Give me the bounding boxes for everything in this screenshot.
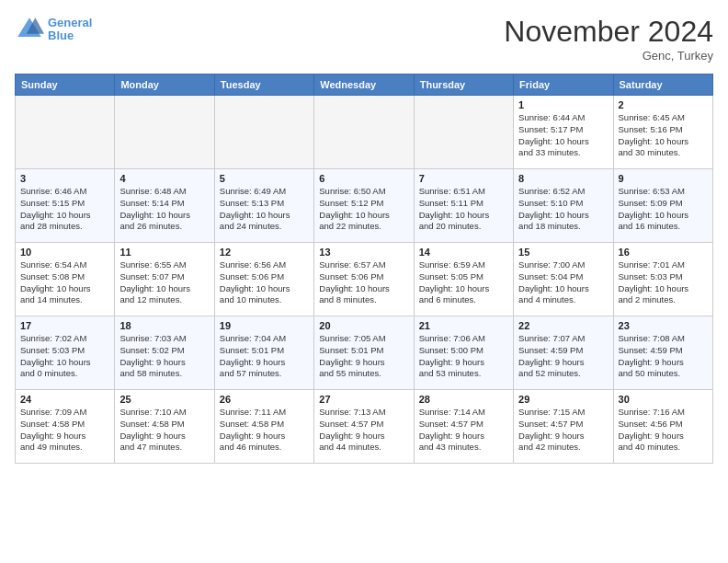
day-detail: Sunrise: 7:08 AM Sunset: 4:59 PM Dayligh… — [619, 333, 708, 380]
calendar-week-2: 3Sunrise: 6:46 AM Sunset: 5:15 PM Daylig… — [16, 169, 713, 243]
calendar-cell — [314, 96, 414, 169]
day-detail: Sunrise: 7:05 AM Sunset: 5:01 PM Dayligh… — [319, 333, 408, 380]
weekday-header-monday: Monday — [115, 75, 214, 96]
calendar-cell: 1Sunrise: 6:44 AM Sunset: 5:17 PM Daylig… — [514, 96, 613, 169]
day-detail: Sunrise: 6:49 AM Sunset: 5:13 PM Dayligh… — [220, 186, 309, 233]
weekday-header-tuesday: Tuesday — [214, 75, 313, 96]
day-number: 30 — [619, 394, 708, 405]
day-number: 3 — [20, 173, 109, 184]
calendar-cell: 30Sunrise: 7:16 AM Sunset: 4:56 PM Dayli… — [613, 390, 712, 464]
day-number: 21 — [419, 320, 508, 331]
logo-text: General Blue — [48, 17, 92, 43]
calendar-cell: 28Sunrise: 7:14 AM Sunset: 4:57 PM Dayli… — [414, 390, 513, 464]
calendar-cell: 7Sunrise: 6:51 AM Sunset: 5:11 PM Daylig… — [414, 169, 513, 243]
logo: General Blue — [15, 15, 92, 44]
weekday-header-friday: Friday — [514, 75, 613, 96]
day-number: 29 — [518, 394, 608, 405]
day-detail: Sunrise: 7:10 AM Sunset: 4:58 PM Dayligh… — [119, 407, 209, 454]
day-detail: Sunrise: 7:13 AM Sunset: 4:57 PM Dayligh… — [319, 407, 408, 454]
day-detail: Sunrise: 7:07 AM Sunset: 4:59 PM Dayligh… — [518, 333, 608, 380]
day-number: 18 — [119, 320, 209, 331]
day-detail: Sunrise: 7:11 AM Sunset: 4:58 PM Dayligh… — [220, 407, 309, 454]
calendar-cell: 21Sunrise: 7:06 AM Sunset: 5:00 PM Dayli… — [414, 316, 513, 390]
logo-icon — [15, 15, 44, 44]
day-detail: Sunrise: 7:09 AM Sunset: 4:58 PM Dayligh… — [20, 407, 109, 454]
calendar-week-4: 17Sunrise: 7:02 AM Sunset: 5:03 PM Dayli… — [16, 316, 713, 390]
day-number: 1 — [518, 99, 608, 110]
calendar-cell: 17Sunrise: 7:02 AM Sunset: 5:03 PM Dayli… — [16, 316, 115, 390]
day-number: 17 — [20, 320, 109, 331]
day-detail: Sunrise: 6:59 AM Sunset: 5:05 PM Dayligh… — [419, 259, 508, 306]
calendar-cell: 15Sunrise: 7:00 AM Sunset: 5:04 PM Dayli… — [514, 243, 613, 316]
weekday-header-saturday: Saturday — [613, 75, 712, 96]
day-detail: Sunrise: 7:15 AM Sunset: 4:57 PM Dayligh… — [518, 407, 608, 454]
calendar-cell: 14Sunrise: 6:59 AM Sunset: 5:05 PM Dayli… — [414, 243, 513, 316]
day-number: 6 — [319, 173, 408, 184]
day-number: 9 — [619, 173, 708, 184]
day-number: 7 — [419, 173, 508, 184]
day-detail: Sunrise: 6:51 AM Sunset: 5:11 PM Dayligh… — [419, 186, 508, 233]
calendar-cell: 8Sunrise: 6:52 AM Sunset: 5:10 PM Daylig… — [514, 169, 613, 243]
day-number: 20 — [319, 320, 408, 331]
logo-line2: Blue — [48, 29, 74, 42]
day-detail: Sunrise: 7:02 AM Sunset: 5:03 PM Dayligh… — [20, 333, 109, 380]
calendar-cell — [214, 96, 313, 169]
day-number: 28 — [419, 394, 508, 405]
calendar-cell: 18Sunrise: 7:03 AM Sunset: 5:02 PM Dayli… — [115, 316, 214, 390]
day-detail: Sunrise: 7:01 AM Sunset: 5:03 PM Dayligh… — [619, 259, 708, 306]
weekday-header-row: SundayMondayTuesdayWednesdayThursdayFrid… — [16, 75, 713, 96]
day-number: 10 — [20, 247, 109, 258]
day-number: 11 — [119, 247, 209, 258]
day-number: 13 — [319, 247, 408, 258]
calendar-cell: 19Sunrise: 7:04 AM Sunset: 5:01 PM Dayli… — [214, 316, 313, 390]
calendar-table: SundayMondayTuesdayWednesdayThursdayFrid… — [15, 74, 713, 464]
day-number: 26 — [220, 394, 309, 405]
day-number: 12 — [220, 247, 309, 258]
calendar-cell: 2Sunrise: 6:45 AM Sunset: 5:16 PM Daylig… — [613, 96, 712, 169]
calendar-cell: 12Sunrise: 6:56 AM Sunset: 5:06 PM Dayli… — [214, 243, 313, 316]
day-detail: Sunrise: 6:46 AM Sunset: 5:15 PM Dayligh… — [20, 186, 109, 233]
day-detail: Sunrise: 6:45 AM Sunset: 5:16 PM Dayligh… — [619, 112, 708, 159]
calendar-cell: 6Sunrise: 6:50 AM Sunset: 5:12 PM Daylig… — [314, 169, 414, 243]
day-detail: Sunrise: 6:54 AM Sunset: 5:08 PM Dayligh… — [20, 259, 109, 306]
calendar-cell: 13Sunrise: 6:57 AM Sunset: 5:06 PM Dayli… — [314, 243, 414, 316]
day-number: 14 — [419, 247, 508, 258]
calendar-cell: 3Sunrise: 6:46 AM Sunset: 5:15 PM Daylig… — [16, 169, 115, 243]
calendar-cell: 11Sunrise: 6:55 AM Sunset: 5:07 PM Dayli… — [115, 243, 214, 316]
day-detail: Sunrise: 6:57 AM Sunset: 5:06 PM Dayligh… — [319, 259, 408, 306]
day-detail: Sunrise: 7:00 AM Sunset: 5:04 PM Dayligh… — [518, 259, 608, 306]
day-number: 23 — [619, 320, 708, 331]
day-number: 8 — [518, 173, 608, 184]
calendar-cell — [16, 96, 115, 169]
day-number: 4 — [119, 173, 209, 184]
calendar-cell: 16Sunrise: 7:01 AM Sunset: 5:03 PM Dayli… — [613, 243, 712, 316]
day-detail: Sunrise: 7:03 AM Sunset: 5:02 PM Dayligh… — [119, 333, 209, 380]
page-header: General Blue November 2024 Genc, Turkey — [15, 15, 713, 63]
location: Genc, Turkey — [504, 49, 713, 63]
day-detail: Sunrise: 6:56 AM Sunset: 5:06 PM Dayligh… — [220, 259, 309, 306]
day-number: 15 — [518, 247, 608, 258]
day-detail: Sunrise: 7:06 AM Sunset: 5:00 PM Dayligh… — [419, 333, 508, 380]
calendar-week-5: 24Sunrise: 7:09 AM Sunset: 4:58 PM Dayli… — [16, 390, 713, 464]
day-detail: Sunrise: 6:53 AM Sunset: 5:09 PM Dayligh… — [619, 186, 708, 233]
day-detail: Sunrise: 6:55 AM Sunset: 5:07 PM Dayligh… — [119, 259, 209, 306]
day-detail: Sunrise: 6:50 AM Sunset: 5:12 PM Dayligh… — [319, 186, 408, 233]
day-number: 24 — [20, 394, 109, 405]
day-number: 22 — [518, 320, 608, 331]
calendar-cell: 10Sunrise: 6:54 AM Sunset: 5:08 PM Dayli… — [16, 243, 115, 316]
weekday-header-sunday: Sunday — [16, 75, 115, 96]
calendar-week-3: 10Sunrise: 6:54 AM Sunset: 5:08 PM Dayli… — [16, 243, 713, 316]
day-detail: Sunrise: 6:52 AM Sunset: 5:10 PM Dayligh… — [518, 186, 608, 233]
calendar-cell: 9Sunrise: 6:53 AM Sunset: 5:09 PM Daylig… — [613, 169, 712, 243]
calendar-cell: 27Sunrise: 7:13 AM Sunset: 4:57 PM Dayli… — [314, 390, 414, 464]
calendar-cell: 24Sunrise: 7:09 AM Sunset: 4:58 PM Dayli… — [16, 390, 115, 464]
day-detail: Sunrise: 6:48 AM Sunset: 5:14 PM Dayligh… — [119, 186, 209, 233]
calendar-week-1: 1Sunrise: 6:44 AM Sunset: 5:17 PM Daylig… — [16, 96, 713, 169]
calendar-cell: 23Sunrise: 7:08 AM Sunset: 4:59 PM Dayli… — [613, 316, 712, 390]
calendar-cell: 20Sunrise: 7:05 AM Sunset: 5:01 PM Dayli… — [314, 316, 414, 390]
calendar-cell: 22Sunrise: 7:07 AM Sunset: 4:59 PM Dayli… — [514, 316, 613, 390]
day-detail: Sunrise: 7:14 AM Sunset: 4:57 PM Dayligh… — [419, 407, 508, 454]
day-number: 27 — [319, 394, 408, 405]
calendar-cell: 25Sunrise: 7:10 AM Sunset: 4:58 PM Dayli… — [115, 390, 214, 464]
day-detail: Sunrise: 6:44 AM Sunset: 5:17 PM Dayligh… — [518, 112, 608, 159]
